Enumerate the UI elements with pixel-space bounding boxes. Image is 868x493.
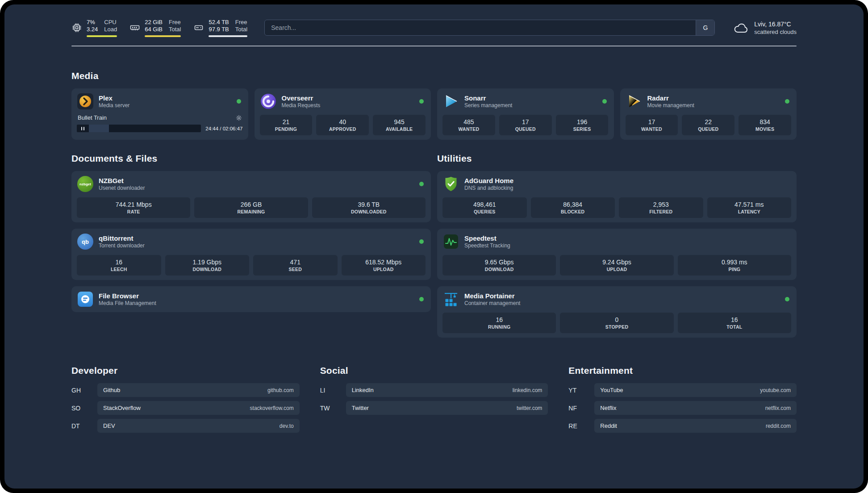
bookmark-netflix[interactable]: Netflix netflix.com [594, 401, 797, 415]
filebrowser-card[interactable]: File Browser Media File Management [71, 286, 431, 312]
app-title: qBittorrent [99, 234, 145, 242]
section-title-social: Social [320, 365, 548, 376]
bookmark-abbr: RE [568, 422, 587, 430]
bookmark-name: Reddit [600, 422, 617, 429]
app-subtitle: DNS and adblocking [464, 185, 513, 192]
plex-card[interactable]: Plex Media server Bullet Train [71, 88, 248, 140]
stat-label: MOVIES [740, 126, 789, 132]
stat-label: DOWNLOAD [167, 267, 248, 272]
bookmark-stackoverflow[interactable]: StackOverflow stackoverflow.com [97, 401, 300, 415]
cpu-metric: 7% 3.24 CPU Load [71, 19, 117, 37]
bookmark-abbr: GH [71, 387, 90, 394]
portainer-card[interactable]: Media Portainer Container management 16 … [437, 286, 797, 338]
stat-label: SERIES [558, 126, 607, 132]
qbittorrent-card[interactable]: qb qBittorrent Torrent downloader [71, 229, 431, 280]
speedtest-card[interactable]: Speedtest Speedtest Tracking 9.65 Gbps D… [437, 229, 797, 280]
stat-value: 9.65 Gbps [444, 258, 554, 266]
bookmark-url: dev.to [280, 423, 294, 429]
nzbget-stats: 744.21 Mbps RATE 266 GB REMAINING 39.6 T… [77, 197, 426, 218]
stat-label: WANTED [627, 126, 676, 132]
developer-section: Developer GH Github github.com SO StackO… [71, 365, 300, 437]
bookmark-github[interactable]: Github github.com [97, 383, 300, 397]
stat-label: TOTAL [680, 324, 789, 330]
pause-button[interactable] [77, 125, 89, 132]
section-title-developer: Developer [71, 365, 300, 376]
bookmark-url: netflix.com [765, 405, 791, 411]
bookmark-url: youtube.com [760, 387, 791, 393]
bookmark-dev[interactable]: DEV dev.to [97, 419, 300, 433]
section-title-entertainment: Entertainment [568, 365, 797, 376]
stat-label: LEECH [79, 267, 159, 272]
cpu-metric-body: 7% 3.24 CPU Load [87, 19, 117, 37]
radarr-card[interactable]: Radarr Movie management 17 WANTED 22 QUE… [620, 88, 797, 140]
section-title-utilities: Utilities [437, 153, 797, 164]
bookmark-row: GH Github github.com [71, 383, 300, 397]
stat-value: 16 [79, 258, 159, 266]
adguard-card[interactable]: AdGuard Home DNS and adblocking 498,461 … [437, 171, 797, 222]
radarr-header: Radarr Movie management [626, 93, 792, 110]
stat-label: QUERIES [444, 209, 525, 214]
gear-icon[interactable] [236, 115, 242, 121]
overseerr-card[interactable]: Overseerr Media Requests 21 PENDING 40 A… [255, 88, 431, 140]
stat-tile: 744.21 Mbps RATE [77, 197, 190, 218]
nzbget-card[interactable]: nzbget NZBGet Usenet downloader [71, 171, 431, 222]
stat-label: UPLOAD [343, 267, 424, 272]
bookmark-row: YT YouTube youtube.com [568, 383, 797, 397]
stat-tile: 16 LEECH [77, 255, 161, 276]
section-title-documents: Documents & Files [71, 153, 431, 164]
adguard-header: AdGuard Home DNS and adblocking [442, 175, 791, 192]
stat-label: RATE [79, 209, 188, 214]
adguard-stats: 498,461 QUERIES 86,384 BLOCKED 2,953 FIL… [442, 197, 791, 218]
portainer-stats: 16 RUNNING 0 STOPPED 16 TOTAL [442, 313, 791, 333]
section-title-media: Media [71, 71, 797, 81]
stat-tile: 0 STOPPED [560, 313, 673, 333]
stat-tile: 39.6 TB DOWNLOADED [312, 197, 426, 218]
disk-total-label: Total [235, 26, 247, 33]
stat-tile: 945 AVAILABLE [373, 115, 426, 135]
app-title: Overseerr [282, 94, 321, 102]
bookmark-name: LinkedIn [352, 387, 374, 393]
nzbget-icon: nzbget [77, 175, 94, 192]
plex-header: Plex Media server [77, 93, 243, 110]
stat-tile: 17 WANTED [626, 115, 678, 135]
portainer-crane-icon [442, 291, 459, 308]
app-subtitle: Torrent downloader [99, 242, 145, 249]
stat-value: 0.993 ms [680, 258, 789, 266]
weather-location: Lviv, 16.87°C [754, 20, 797, 28]
stat-label: REMAINING [196, 209, 306, 214]
bookmark-youtube[interactable]: YouTube youtube.com [594, 383, 797, 397]
stat-tile: 2,953 FILTERED [619, 197, 703, 218]
bookmark-name: DEV [103, 422, 115, 429]
ram-total-label: Total [169, 26, 181, 33]
search-engine-button[interactable]: G [696, 20, 714, 35]
stat-value: 618.52 Mbps [343, 258, 424, 266]
bookmark-linkedin[interactable]: LinkedIn linkedin.com [346, 383, 548, 397]
weather-widget[interactable]: Lviv, 16.87°C scattered clouds [734, 20, 797, 36]
bookmark-reddit[interactable]: Reddit reddit.com [594, 419, 797, 433]
disk-total-value: 97.9 TB [209, 26, 229, 33]
bookmark-twitter[interactable]: Twitter twitter.com [346, 401, 548, 415]
stat-label: QUEUED [501, 126, 550, 132]
bookmark-row: SO StackOverflow stackoverflow.com [71, 401, 300, 415]
filebrowser-meta: File Browser Media File Management [99, 292, 156, 307]
playback-progress-bar[interactable] [89, 125, 201, 132]
nzbget-icon-text: nzbget [77, 176, 93, 192]
stat-tile: 16 RUNNING [442, 313, 556, 333]
stat-label: LATENCY [709, 209, 790, 214]
bookmark-row: NF Netflix netflix.com [568, 401, 797, 415]
stat-label: SEED [255, 267, 336, 272]
app-title: Media Portainer [464, 292, 520, 300]
qbittorrent-header: qb qBittorrent Torrent downloader [77, 233, 426, 250]
disk-metric: 52.4 TB 97.9 TB Free Total [193, 19, 247, 37]
stat-tile: 22 QUEUED [682, 115, 734, 135]
bookmark-abbr: LI [320, 387, 339, 394]
adguard-meta: AdGuard Home DNS and adblocking [464, 176, 513, 192]
stat-value: 21 [262, 118, 311, 126]
app-title: NZBGet [99, 176, 145, 185]
stat-value: 744.21 Mbps [79, 201, 188, 209]
qbittorrent-icon: qb [77, 233, 94, 250]
stat-value: 0 [562, 316, 672, 324]
sonarr-card[interactable]: Sonarr Series management 485 WANTED 17 Q… [437, 88, 614, 140]
search-input[interactable] [264, 20, 715, 36]
social-section: Social LI LinkedIn linkedin.com TW Twitt… [320, 365, 548, 437]
